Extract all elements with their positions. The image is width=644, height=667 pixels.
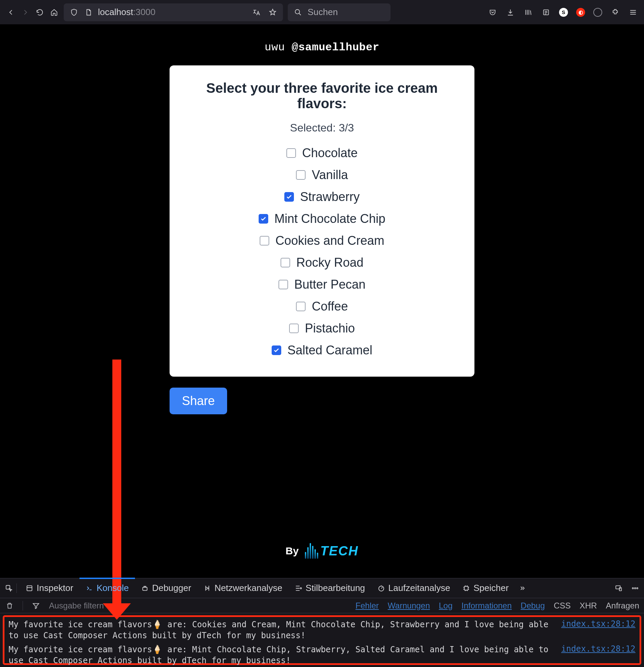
flavor-checkbox[interactable] (284, 192, 294, 202)
card-title: Select your three favorite ice cream fla… (186, 80, 458, 111)
url-text: localhost:3000 (98, 7, 156, 17)
flavor-row[interactable]: Coffee (296, 299, 348, 314)
console-message-text: My favorite ice cream flavors🍦 are: Mint… (9, 644, 554, 666)
clear-console-icon[interactable] (5, 601, 14, 611)
flavor-row[interactable]: Mint Chocolate Chip (259, 212, 385, 226)
devtools-tab-network[interactable]: Netzwerkanalyse (197, 578, 288, 598)
flavor-label: Vanilla (312, 168, 348, 182)
flavor-checkbox[interactable] (289, 324, 299, 333)
flavor-checkbox[interactable] (281, 258, 290, 267)
browser-toolbar: localhost:3000 Suchen S ◐ (0, 0, 644, 25)
flavor-label: Mint Chocolate Chip (274, 212, 385, 226)
devtools-menu-icon[interactable] (630, 583, 640, 593)
devtools-tab-inspector[interactable]: Inspektor (20, 578, 79, 598)
flavor-checkbox[interactable] (296, 302, 306, 311)
console-output: My favorite ice cream flavors🍦 are: Cook… (0, 613, 644, 667)
extensions-icon[interactable] (610, 8, 620, 17)
devtools-tab-memory[interactable]: Speicher (456, 578, 515, 598)
flavor-label: Coffee (312, 299, 348, 314)
reload-icon[interactable] (35, 8, 45, 17)
svg-point-12 (637, 588, 638, 589)
back-icon[interactable] (6, 8, 16, 17)
console-message: My favorite ice cream flavors🍦 are: Cook… (9, 619, 635, 641)
flavor-list: ChocolateVanillaStrawberryMint Chocolate… (186, 146, 458, 357)
console-level-debug[interactable]: Debug (521, 601, 545, 611)
svg-rect-3 (27, 586, 32, 591)
console-message-text: My favorite ice cream flavors🍦 are: Cook… (9, 619, 554, 641)
flavor-checkbox[interactable] (260, 236, 269, 246)
reader-icon[interactable] (541, 8, 551, 17)
share-button[interactable]: Share (170, 388, 227, 414)
bookmark-star-icon[interactable] (268, 8, 277, 17)
flavor-checkbox[interactable] (286, 148, 296, 158)
flavor-label: Butter Pecan (294, 277, 366, 292)
flavor-label: Strawberry (300, 190, 360, 204)
pocket-icon[interactable] (488, 8, 497, 17)
console-level-css[interactable]: CSS (554, 601, 571, 611)
dtech-logo: TECH (305, 543, 358, 559)
selected-count: Selected: 3/3 (186, 122, 458, 134)
home-icon[interactable] (49, 8, 59, 17)
more-tabs-icon[interactable] (517, 583, 527, 593)
svg-point-5 (300, 588, 302, 589)
extension-badge-empty[interactable] (593, 8, 602, 17)
console-message-source[interactable]: index.tsx:28:12 (561, 644, 635, 666)
flavor-card: Select your three favorite ice cream fla… (170, 65, 474, 377)
forward-icon (21, 8, 30, 17)
svg-rect-7 (465, 586, 468, 590)
console-level-xhr[interactable]: XHR (580, 601, 597, 611)
annotation-arrow (112, 360, 121, 605)
console-message: My favorite ice cream flavors🍦 are: Mint… (9, 644, 635, 666)
footer-by-label: By (286, 545, 299, 557)
flavor-row[interactable]: Cookies and Cream (260, 234, 384, 248)
page-content: uwu @samuellhuber Select your three favo… (0, 25, 644, 578)
console-level-fehler[interactable]: Fehler (356, 601, 379, 611)
console-level-filters: FehlerWarnungenLogInformationenDebugCSSX… (356, 601, 639, 611)
devtools-tab-perf[interactable]: Laufzeitanalyse (371, 578, 457, 598)
flavor-row[interactable]: Rocky Road (281, 255, 363, 270)
svg-point-11 (634, 588, 636, 589)
url-bar[interactable]: localhost:3000 (64, 3, 283, 21)
flavor-checkbox[interactable] (272, 345, 281, 355)
page-header: uwu @samuellhuber (265, 25, 380, 65)
flavor-row[interactable]: Strawberry (284, 190, 360, 204)
console-level-log[interactable]: Log (439, 601, 453, 611)
flavor-checkbox[interactable] (278, 280, 288, 289)
extension-badge-ublock[interactable]: ◐ (576, 8, 585, 17)
extension-badge-s[interactable]: S (559, 8, 568, 17)
flavor-checkbox[interactable] (296, 170, 306, 180)
menu-icon[interactable] (628, 8, 638, 17)
flavor-label: Salted Caramel (287, 343, 372, 357)
footer-credit: By TECH (0, 543, 644, 559)
flavor-row[interactable]: Chocolate (286, 146, 358, 160)
flavor-row[interactable]: Pistachio (289, 321, 355, 336)
flavor-label: Cookies and Cream (275, 234, 384, 248)
devtools-tab-debugger[interactable]: Debugger (135, 578, 197, 598)
filter-funnel-icon[interactable] (31, 601, 41, 611)
flavor-label: Rocky Road (296, 255, 363, 270)
shield-icon[interactable] (69, 8, 79, 17)
responsive-icon[interactable] (614, 583, 623, 593)
flavor-label: Chocolate (302, 146, 358, 160)
console-filter-bar: Ausgabe filtern FehlerWarnungenLogInform… (0, 598, 644, 613)
console-level-warnungen[interactable]: Warnungen (388, 601, 430, 611)
devtools-panel: InspektorKonsoleDebuggerNetzwerkanalyseS… (0, 578, 644, 667)
flavor-row[interactable]: Salted Caramel (272, 343, 372, 357)
svg-rect-4 (143, 587, 147, 590)
console-message-source[interactable]: index.tsx:28:12 (561, 619, 635, 641)
svg-point-6 (379, 586, 384, 591)
library-icon[interactable] (523, 8, 533, 17)
devtools-tab-console[interactable]: Konsole (79, 578, 135, 598)
flavor-row[interactable]: Vanilla (296, 168, 348, 182)
downloads-icon[interactable] (506, 8, 515, 17)
pick-element-icon[interactable] (4, 583, 14, 593)
flavor-row[interactable]: Butter Pecan (278, 277, 366, 292)
search-bar[interactable]: Suchen (288, 3, 391, 21)
console-level-informationen[interactable]: Informationen (461, 601, 512, 611)
devtools-tabs: InspektorKonsoleDebuggerNetzwerkanalyseS… (0, 578, 644, 598)
console-level-anfragen[interactable]: Anfragen (606, 601, 639, 611)
flavor-checkbox[interactable] (259, 214, 268, 224)
devtools-tab-style[interactable]: Stilbearbeitung (288, 578, 371, 598)
translate-icon[interactable] (251, 8, 261, 17)
console-filter-input[interactable]: Ausgabe filtern (46, 601, 107, 611)
